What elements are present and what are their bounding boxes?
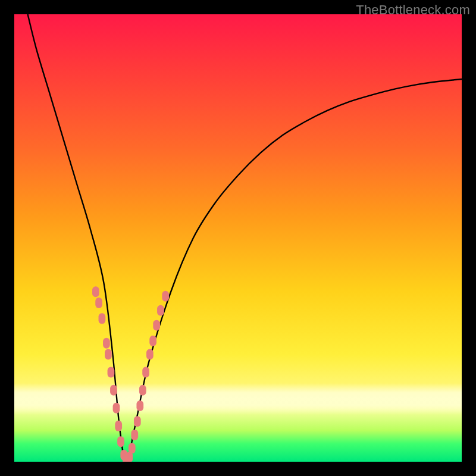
- curve-marker: [115, 421, 122, 431]
- curve-layer: [14, 14, 462, 462]
- curve-marker: [139, 385, 146, 396]
- curve-marker: [131, 430, 138, 440]
- curve-marker: [157, 305, 164, 316]
- curve-marker: [117, 436, 124, 447]
- curve-marker: [92, 286, 99, 297]
- curve-marker: [129, 443, 136, 453]
- curve-marker: [105, 349, 112, 360]
- plot-area: [14, 14, 462, 462]
- curve-marker: [99, 313, 106, 324]
- curve-marker: [103, 338, 110, 349]
- curve-marker: [149, 336, 156, 346]
- curve-marker: [153, 320, 160, 331]
- curve-marker: [142, 367, 149, 378]
- curve-markers: [92, 286, 169, 462]
- watermark-text: TheBottleneck.com: [356, 2, 470, 18]
- curve-marker: [136, 400, 143, 411]
- curve-marker: [162, 291, 169, 302]
- curve-marker: [146, 349, 154, 360]
- bottleneck-curve: [28, 14, 462, 462]
- curve-marker: [134, 416, 141, 427]
- curve-marker: [110, 385, 117, 396]
- curve-marker: [108, 367, 115, 378]
- chart-frame: TheBottleneck.com: [0, 0, 476, 476]
- curve-marker: [95, 298, 102, 308]
- curve-marker: [113, 403, 120, 414]
